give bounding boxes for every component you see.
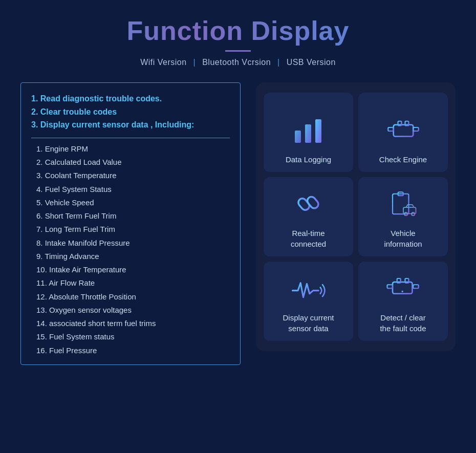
left-column: 1. Read diagnostic trouble codes. 2. Cle… bbox=[20, 82, 241, 438]
clipboard-car-icon bbox=[385, 187, 421, 221]
svg-rect-2 bbox=[315, 119, 321, 143]
label-check-engine: Check Engine bbox=[379, 154, 427, 165]
subtitle-usb: USB Version bbox=[287, 58, 336, 67]
sensor-3: 3. Coolant Temperature bbox=[36, 169, 230, 182]
sensor-14: 14. associated short term fuel trims bbox=[36, 317, 230, 330]
feature-2: 2. Clear trouble codes bbox=[31, 105, 230, 119]
sensor-7: 7. Long Term Fuel Trim bbox=[36, 223, 230, 236]
svg-rect-11 bbox=[306, 195, 320, 210]
sensor-8: 8. Intake Manifold Pressure bbox=[36, 236, 230, 250]
svg-rect-6 bbox=[388, 127, 394, 131]
label-detect-clear: Detect / clearthe fault code bbox=[380, 312, 426, 334]
icon-grid: Data Logging bbox=[256, 82, 456, 351]
svg-rect-1 bbox=[305, 124, 311, 143]
wave-signal-icon bbox=[291, 272, 327, 305]
bar-chart-icon bbox=[291, 114, 327, 147]
separator-2: | bbox=[277, 58, 280, 67]
svg-point-25 bbox=[401, 291, 403, 293]
sensor-16: 16. Fuel Pressure bbox=[36, 344, 230, 357]
sensor-11: 11. Air Flow Rate bbox=[36, 276, 230, 290]
label-realtime: Real-timeconnected bbox=[291, 228, 326, 249]
subtitle: Wifi Version | Bluetooth Vcrsion | USB V… bbox=[20, 58, 456, 67]
feature-1: 1. Read diagnostic trouble codes. bbox=[31, 92, 230, 105]
cell-vehicle-info: Vehicleinformation bbox=[358, 177, 448, 256]
sensor-2: 2. Calculated Load Value bbox=[36, 156, 230, 169]
features-divider bbox=[31, 138, 230, 138]
cell-data-logging: Data Logging bbox=[264, 93, 353, 172]
feature-3: 3. Display current sensor data , Includi… bbox=[31, 118, 230, 132]
subtitle-wifi: Wifi Version bbox=[140, 58, 186, 67]
sensor-4: 4. Fuel System Status bbox=[36, 183, 230, 196]
right-column: Data Logging bbox=[256, 82, 456, 438]
sensor-6: 6. Short Term Fuel Trim bbox=[36, 209, 230, 223]
engine-icon bbox=[385, 114, 421, 147]
features-box: 1. Read diagnostic trouble codes. 2. Cle… bbox=[20, 82, 241, 365]
svg-rect-0 bbox=[295, 131, 301, 143]
cell-check-engine: Check Engine bbox=[358, 93, 448, 172]
svg-rect-22 bbox=[387, 285, 393, 289]
content-area: 1. Read diagnostic trouble codes. 2. Cle… bbox=[20, 82, 456, 438]
svg-rect-23 bbox=[413, 285, 419, 289]
cell-sensor-data: Display currentsensor data bbox=[264, 262, 353, 341]
sensor-15: 15. Fuel System status bbox=[36, 330, 230, 343]
title-divider bbox=[225, 50, 251, 52]
link-icon bbox=[291, 187, 327, 221]
page-title: Function Display bbox=[20, 15, 456, 46]
header: Function Display Wifi Version | Bluetoot… bbox=[20, 15, 456, 67]
cell-realtime: Real-timeconnected bbox=[264, 177, 353, 256]
label-sensor-data: Display currentsensor data bbox=[283, 312, 334, 334]
engine-warning-icon bbox=[385, 272, 421, 305]
sensor-9: 9. Timing Advance bbox=[36, 250, 230, 263]
svg-rect-3 bbox=[393, 125, 413, 137]
label-data-logging: Data Logging bbox=[286, 154, 331, 165]
sensor-5: 5. Vehicle Speed bbox=[36, 196, 230, 209]
sensor-10: 10. Intake Air Temperature bbox=[36, 263, 230, 276]
sensor-12: 12. Absolute Throttle Position bbox=[36, 290, 230, 304]
page-wrapper: Function Display Wifi Version | Bluetoot… bbox=[0, 0, 476, 453]
subtitle-bluetooth: Bluetooth Vcrsion bbox=[202, 58, 271, 67]
svg-rect-7 bbox=[413, 127, 419, 131]
sensor-13: 13. Oxygen sensor voltages bbox=[36, 304, 230, 317]
sensor-1: 1. Engine RPM bbox=[36, 142, 230, 156]
separator-1: | bbox=[193, 58, 196, 67]
cell-detect-clear: Detect / clearthe fault code bbox=[358, 262, 448, 341]
label-vehicle-info: Vehicleinformation bbox=[384, 228, 422, 249]
sensor-list: 1. Engine RPM 2. Calculated Load Value 3… bbox=[31, 142, 230, 357]
